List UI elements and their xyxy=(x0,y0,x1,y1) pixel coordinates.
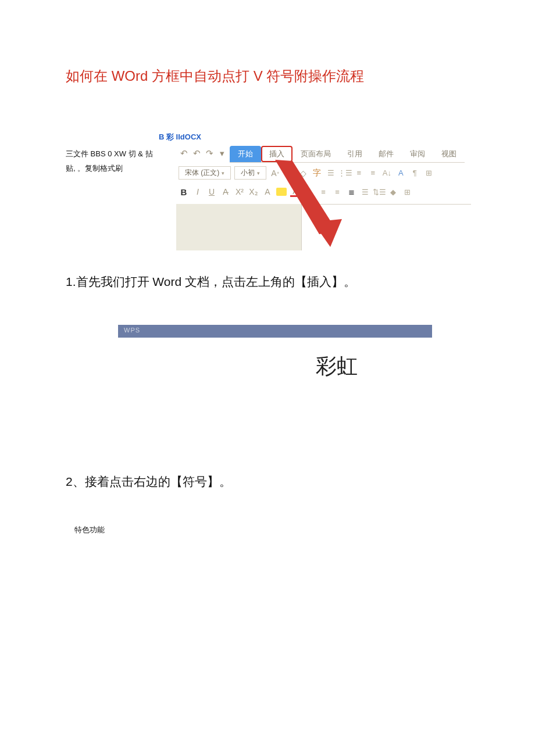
phonetic-icon[interactable]: 字 xyxy=(312,168,322,178)
rainbow-text: 彩虹 xyxy=(316,352,471,381)
number-list-icon[interactable]: ⋮☰ xyxy=(340,168,350,178)
tab-start[interactable]: 开始 xyxy=(230,146,261,162)
dropdown-icon[interactable]: ▾ xyxy=(217,148,227,159)
redo-icon[interactable]: ↷ xyxy=(204,148,215,159)
table-icon[interactable]: ⊞ xyxy=(402,187,412,197)
screenshot-1: 三文件 BBS 0 XW 切 & 拈 贴, 。复制格式刷 ↶ ↶ ↷ ▾ 开始 … xyxy=(66,146,471,250)
align-justify-icon[interactable]: ≣ xyxy=(346,187,356,197)
doc-page xyxy=(301,204,471,250)
side-caption-line-2: 贴, 。复制格式刷 xyxy=(66,162,176,176)
ribbon-area: ↶ ↶ ↷ ▾ 开始 插入 页面布局 引用 邮件 审阅 视图 宋体 (正文)▾ … xyxy=(176,146,471,250)
align-dist-icon[interactable]: ☰ xyxy=(360,187,370,197)
font-size-select[interactable]: 小初▾ xyxy=(234,166,266,180)
italic-icon[interactable]: I xyxy=(192,187,203,197)
superscript-icon[interactable]: X² xyxy=(234,187,245,197)
tab-mail[interactable]: 邮件 xyxy=(370,146,402,162)
align-right-icon[interactable]: ≡ xyxy=(332,187,343,197)
bullet-list-icon[interactable]: ☰ xyxy=(326,168,336,178)
doc-filename-label: B 彩 IIdOCX xyxy=(159,132,471,142)
tab-insert[interactable]: 插入 xyxy=(261,146,293,162)
document-canvas xyxy=(176,204,471,250)
wps-title-bar: WPS xyxy=(118,325,432,338)
grow-font-icon[interactable]: A+ xyxy=(270,168,280,178)
indent-left-icon[interactable]: ≡ xyxy=(354,168,364,178)
paragraph-icon[interactable]: ¶ xyxy=(409,168,420,178)
quick-access-toolbar: ↶ ↶ ↷ ▾ xyxy=(176,147,230,162)
ribbon-row-format: B I U A̶ X² X₂ A A ≡ ≡ ≡ ≣ ☰ ⇅☰ ◆ ⊞ xyxy=(176,183,471,200)
line-spacing-icon[interactable]: ⇅☰ xyxy=(374,187,384,197)
ribbon-row-font: 宋体 (正文)▾ 小初▾ A+ A- ◇ 字 ☰ ⋮☰ ≡ ≡ A↓ A ¶ ⊞ xyxy=(176,163,471,183)
strike-icon[interactable]: A̶ xyxy=(220,187,231,197)
step-1-text: 1.首先我们打开 Word 文档，点击左上角的【插入】。 xyxy=(66,274,471,290)
step-2-text: 2、接着点击右边的【符号】。 xyxy=(66,474,471,490)
font-name-select[interactable]: 宋体 (正文)▾ xyxy=(179,166,231,180)
ribbon-tabs: 开始 插入 页面布局 引用 邮件 审阅 视图 xyxy=(230,146,465,163)
tab-layout[interactable]: 页面布局 xyxy=(293,146,339,162)
underline-icon[interactable]: U xyxy=(206,187,217,197)
clear-format-icon[interactable]: ◇ xyxy=(298,168,308,178)
border-icon[interactable]: ⊞ xyxy=(423,168,434,178)
align-left-icon[interactable]: ≡ xyxy=(304,187,315,197)
char-style-icon[interactable]: A xyxy=(395,168,406,178)
font-effects-icon[interactable]: A xyxy=(262,187,273,197)
feature-label: 特色功能 xyxy=(74,525,471,535)
side-caption: 三文件 BBS 0 XW 切 & 拈 贴, 。复制格式刷 xyxy=(66,146,176,175)
font-color-icon[interactable]: A xyxy=(290,187,301,197)
doc-gutter xyxy=(176,204,301,250)
align-center-icon[interactable]: ≡ xyxy=(318,187,329,197)
shading-icon[interactable]: ◆ xyxy=(388,187,398,197)
indent-right-icon[interactable]: ≡ xyxy=(368,168,378,178)
side-caption-line-1: 三文件 BBS 0 XW 切 & 拈 xyxy=(66,147,176,162)
page-title: 如何在 WOrd 方框中自动点打 V 符号附操作流程 xyxy=(66,67,471,85)
shrink-font-icon[interactable]: A- xyxy=(284,168,294,178)
undo-icon[interactable]: ↶ xyxy=(179,148,189,159)
subscript-icon[interactable]: X₂ xyxy=(248,187,259,197)
bold-icon[interactable]: B xyxy=(179,187,189,197)
tab-review[interactable]: 审阅 xyxy=(402,146,433,162)
tab-reference[interactable]: 引用 xyxy=(339,146,370,162)
highlight-icon[interactable] xyxy=(276,188,287,196)
tab-view[interactable]: 视图 xyxy=(433,146,465,162)
sort-icon[interactable]: A↓ xyxy=(381,168,392,178)
undo-icon-2[interactable]: ↶ xyxy=(191,148,202,159)
